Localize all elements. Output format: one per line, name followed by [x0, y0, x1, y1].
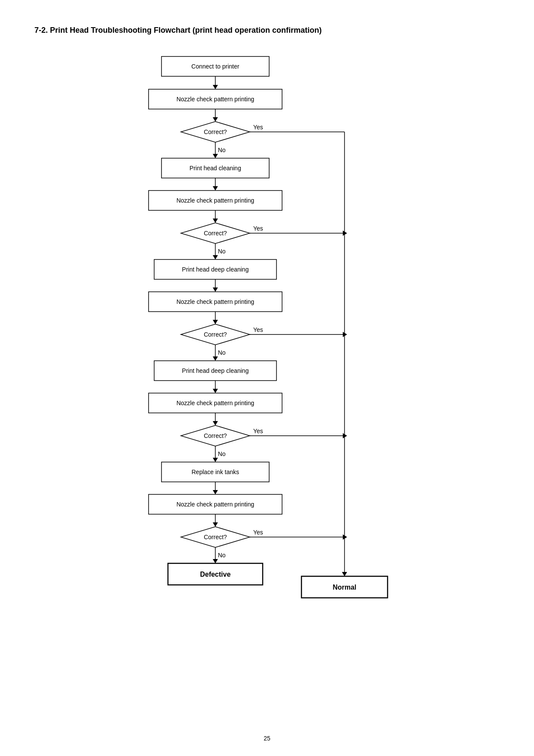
nozzle3-label: Nozzle check pattern printing [177, 298, 255, 305]
no3-label: No [218, 349, 226, 356]
deepclean2-label: Print head deep cleaning [182, 367, 249, 374]
page: 7-2. Print Head Troubleshooting Flowchar… [0, 0, 534, 756]
correct3-label: Correct? [204, 331, 227, 338]
correct2-label: Correct? [204, 230, 227, 237]
arrow3 [213, 154, 218, 158]
arrow10 [213, 389, 218, 393]
arrow6 [213, 255, 218, 259]
connect-label: Connect to printer [191, 63, 239, 70]
arrow12 [213, 458, 218, 462]
replace-label: Replace ink tanks [192, 469, 239, 475]
arrow1 [213, 85, 218, 89]
correct5-label: Correct? [204, 534, 227, 540]
no1-label: No [218, 147, 226, 153]
arrow9 [213, 356, 218, 361]
yes2-label: Yes [253, 225, 263, 232]
normal-label: Normal [332, 584, 356, 591]
no4-label: No [218, 450, 226, 457]
no5-label: No [218, 552, 226, 559]
arrow13 [213, 490, 218, 494]
yes4-label: Yes [253, 428, 263, 434]
arrow15 [213, 559, 218, 563]
flowchart-diagram: Connect to printer Nozzle check pattern … [116, 52, 418, 733]
cleaning1-label: Print head cleaning [189, 165, 241, 172]
normal-arrow [342, 572, 347, 576]
page-number: 25 [0, 735, 534, 742]
nozzle1-label: Nozzle check pattern printing [177, 96, 255, 103]
arrow4 [213, 186, 218, 191]
yes3-arrow [343, 332, 347, 337]
nozzle5-label: Nozzle check pattern printing [177, 501, 255, 508]
nozzle4-label: Nozzle check pattern printing [177, 400, 255, 406]
correct4-label: Correct? [204, 432, 227, 439]
arrow11 [213, 421, 218, 425]
arrow14 [213, 522, 218, 527]
arrow7 [213, 287, 218, 292]
defective-label: Defective [200, 571, 230, 578]
yes2-arrow [343, 231, 347, 236]
no2-label: No [218, 248, 226, 255]
arrow8 [213, 320, 218, 324]
page-title: 7-2. Print Head Troubleshooting Flowchar… [34, 26, 500, 35]
correct1-label: Correct? [204, 128, 227, 135]
yes5-label: Yes [253, 529, 263, 536]
yes1-label: Yes [253, 124, 263, 131]
arrow5 [213, 219, 218, 223]
yes4-arrow [343, 433, 347, 438]
deepclean1-label: Print head deep cleaning [182, 266, 249, 273]
nozzle2-label: Nozzle check pattern printing [177, 197, 255, 204]
arrow2 [213, 117, 218, 122]
yes5-arrow [343, 534, 347, 540]
yes3-label: Yes [253, 326, 263, 333]
